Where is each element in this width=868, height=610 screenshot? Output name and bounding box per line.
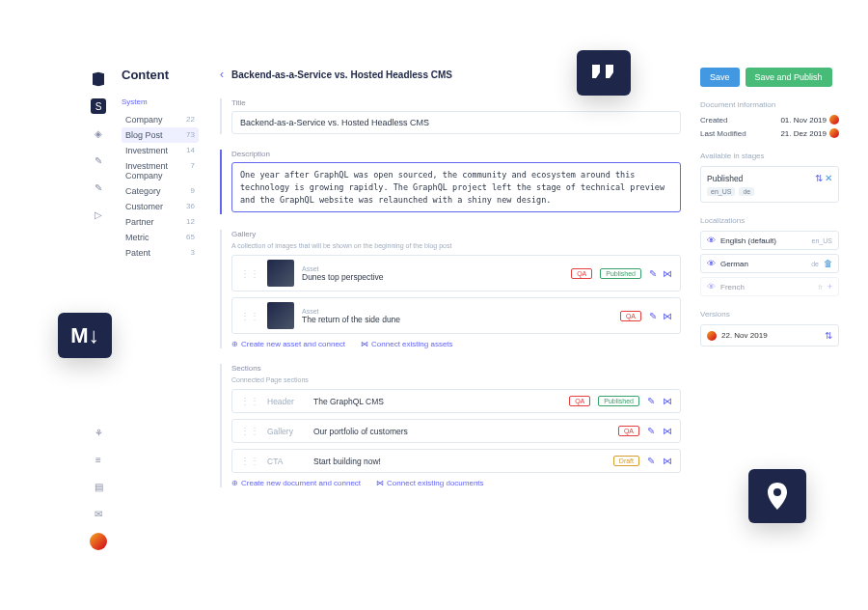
eye-icon: 👁 [707,259,716,268]
nav-settings-icon[interactable]: ≡ [91,452,106,467]
drag-handle-icon[interactable]: ⋮⋮ [240,456,259,466]
sidebar-section-label: System [122,97,199,106]
compare-icon[interactable]: ⇅ [815,173,823,183]
delete-locale-icon[interactable]: 🗑 [824,259,832,268]
drag-handle-icon[interactable]: ⋮⋮ [240,311,259,321]
edit-icon[interactable]: ✎ [647,456,655,466]
connect-assets-link[interactable]: ⋈ Connect existing assets [361,340,453,348]
add-locale-icon[interactable]: + [827,282,832,291]
nav-content-icon[interactable]: S [91,98,106,114]
sidebar-item-customer[interactable]: Customer36 [122,199,199,214]
unlink-icon[interactable]: ⋈ [663,456,672,466]
locale-row[interactable]: 👁English (default)en_US [700,231,839,250]
title-label: Title [231,98,681,107]
version-row[interactable]: 22. Nov 2019⇅ [700,324,839,347]
edit-icon[interactable]: ✎ [649,268,657,279]
nav-rail: S ◈ ✎ ✎ ▷ ⚘ ≡ ▤ ✉ [87,68,110,550]
connect-documents-link[interactable]: ⋈ Connect existing documents [376,479,484,487]
drag-handle-icon[interactable]: ⋮⋮ [240,268,259,279]
description-textarea[interactable]: One year after GraphQL was open sourced,… [231,162,681,212]
sidebar-item-investment[interactable]: Investment14 [122,143,199,158]
localizations-label: Localizations [700,216,839,225]
nav-note-icon[interactable]: ✎ [91,180,106,195]
create-document-link[interactable]: ⊕ Create new document and connect [231,479,361,487]
published-badge: Published [600,268,641,279]
save-button[interactable]: Save [700,68,740,87]
creator-avatar [829,115,839,125]
sidebar-item-patent[interactable]: Patent3 [122,245,199,261]
locale-row[interactable]: 👁Frenchfr+ [700,277,839,296]
logo-icon [91,71,106,87]
unlink-icon[interactable]: ⋈ [663,396,672,406]
nav-play-icon[interactable]: ▷ [91,207,106,222]
save-publish-button[interactable]: Save and Publish [746,68,832,87]
gallery-label: Gallery [231,230,681,238]
asset-thumbnail [267,302,294,329]
stage-box: Published⇅ ✕ en_USde [700,166,839,203]
sections-label: Sections [231,364,681,373]
sections-sublabel: Connected Page sections [231,376,681,383]
doc-info-label: Document information [700,100,839,109]
sidebar-item-company[interactable]: Company22 [122,112,199,127]
breadcrumb: Backend-as-a-Service vs. Hosted Headless… [231,69,452,80]
user-avatar[interactable] [90,533,107,550]
sidebar-item-category[interactable]: Category9 [122,183,199,199]
modifier-avatar [829,128,839,138]
nav-docs-icon[interactable]: ▤ [91,479,106,494]
create-asset-link[interactable]: ⊕ Create new asset and connect [231,340,345,348]
compare-icon[interactable]: ⇅ [825,330,832,341]
section-row: ⋮⋮ Gallery Our portfolio of customers QA… [231,419,681,443]
unlink-icon[interactable]: ⋈ [663,268,672,279]
asset-row: ⋮⋮ AssetThe return of the side dune QA ✎… [231,297,681,334]
nav-webhooks-icon[interactable]: ⚘ [91,425,106,440]
qa-badge: QA [620,311,641,321]
nav-layers-icon[interactable]: ◈ [91,125,106,141]
drag-handle-icon[interactable]: ⋮⋮ [240,396,259,406]
drag-handle-icon[interactable]: ⋮⋮ [240,426,259,436]
nav-edit-icon[interactable]: ✎ [91,152,106,168]
markdown-feature-card: M↓ [58,313,112,358]
asset-thumbnail [267,260,294,287]
sidebar-item-investment-company[interactable]: Investment Company7 [122,158,199,183]
sidebar: Content System Company22 Blog Post73 Inv… [110,68,206,550]
eye-icon: 👁 [707,282,716,291]
description-label: Description [231,150,681,158]
title-input[interactable] [231,111,681,134]
location-feature-card [748,469,806,523]
edit-icon[interactable]: ✎ [647,426,655,436]
stages-label: Available in stages [700,152,839,160]
section-row: ⋮⋮ CTA Start building now! Draft ✎⋈ [231,449,681,473]
edit-icon[interactable]: ✎ [649,311,657,321]
back-button[interactable]: ‹ [220,68,224,81]
close-icon[interactable]: ✕ [825,173,832,183]
gallery-sublabel: A collection of images that will be show… [231,242,681,249]
version-avatar [707,331,717,341]
sidebar-item-blog-post[interactable]: Blog Post73 [122,127,199,143]
qa-badge: QA [571,268,592,279]
edit-icon[interactable]: ✎ [647,396,655,406]
unlink-icon[interactable]: ⋈ [663,426,672,436]
nav-chat-icon[interactable]: ✉ [91,506,106,521]
locale-row[interactable]: 👁Germande🗑 [700,254,839,273]
versions-label: Versions [700,310,839,319]
main-content: ‹ Backend-as-a-Service vs. Hosted Headle… [206,68,694,550]
quote-feature-card [577,50,631,96]
page-title: Content [122,68,199,82]
unlink-icon[interactable]: ⋈ [663,311,672,321]
section-row: ⋮⋮ Header The GraphQL CMS QA Published ✎… [231,389,681,413]
sidebar-item-partner[interactable]: Partner12 [122,214,199,230]
eye-icon: 👁 [707,236,716,245]
asset-row: ⋮⋮ AssetDunes top perspective QA Publish… [231,255,681,291]
sidebar-item-metric[interactable]: Metric65 [122,230,199,245]
